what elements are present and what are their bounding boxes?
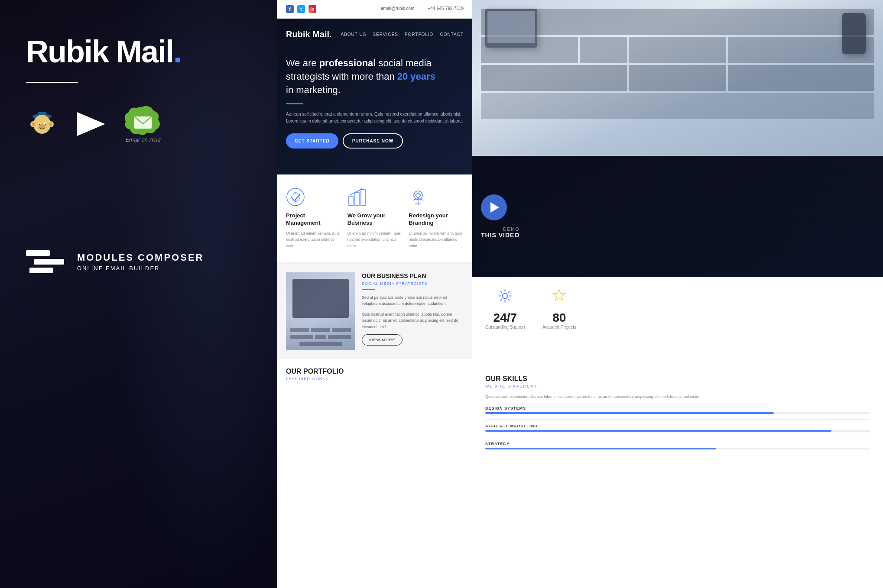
skill-affiliate-track (485, 430, 870, 432)
grow-business-icon (347, 187, 367, 207)
svg-point-16 (287, 188, 304, 206)
email-nav-links: ABOUT US SERVICES PORTFOLIO CONTACT (341, 32, 464, 37)
business-plan-image (286, 272, 355, 350)
feature-2: We Grow your Business Ut enim ad minim v… (347, 187, 403, 249)
brand-divider (26, 82, 78, 83)
nav-contact[interactable]: CONTACT (440, 32, 464, 37)
feature-3-title: Redesign your Branding (409, 212, 464, 227)
skill-strategy-track (485, 448, 870, 449)
mailchimp-logo (26, 108, 58, 140)
email-address: email@rubik.com (381, 6, 414, 13)
email-hero: Rubik Mail. ABOUT US SERVICES PORTFOLIO … (277, 19, 472, 174)
video-labels: DEMO THIS VIDEO (481, 227, 519, 239)
hero-divider (286, 103, 303, 104)
modules-icon (26, 250, 64, 273)
email-features: Project Management Ut enim ad minim veni… (277, 174, 472, 262)
feature-2-title: We Grow your Business (347, 212, 403, 227)
stat-support-label: Outstanding Support (485, 325, 525, 330)
nav-portfolio[interactable]: PORTFOLIO (405, 32, 434, 37)
biz-plan-subtitle: SOCIAL MEDIA STRATEGISTS (362, 281, 464, 286)
instagram-icon[interactable]: in (308, 5, 316, 13)
purchase-now-button[interactable]: PURCHASE NOW (343, 133, 403, 149)
svg-point-7 (45, 123, 46, 125)
feature-1-desc: Ut enim ad minim veniam, quis nostrud ex… (286, 230, 341, 249)
nav-services[interactable]: SERVICES (373, 32, 398, 37)
brand-name: Rubik Mail (26, 34, 173, 69)
skill-strategy-fill (485, 448, 716, 449)
svg-point-23 (503, 294, 508, 299)
skill-design-track (485, 412, 870, 414)
get-started-button[interactable]: GET STARTED (286, 133, 338, 149)
brand-title: Rubik Mail. (26, 35, 251, 69)
stat-projects: 80 Awarded Projects (542, 288, 576, 330)
skill-affiliate-marketing: AFFILIATE MARKETING (485, 424, 870, 432)
portfolio-title: OUR PORTFOLIO (286, 368, 464, 375)
facebook-icon[interactable]: f (286, 5, 294, 13)
skill-strategy: STRATEGY (485, 442, 870, 449)
biz-plan-title: OUR BUSINESS PLAN (362, 272, 464, 279)
skills-subtitle: WE ARE DIFFERENT (485, 384, 870, 388)
feature-1: Project Management Ut enim ad minim veni… (286, 187, 341, 249)
svg-point-12 (49, 123, 52, 126)
logos-row: Email on Acid (26, 104, 251, 143)
email-business-section: OUR BUSINESS PLAN SOCIAL MEDIA STRATEGIS… (277, 264, 472, 359)
feature-3-desc: Ut enim ad minim veniam, quis nostrud ex… (409, 230, 464, 249)
svg-rect-19 (355, 193, 359, 206)
portfolio-subtitle: FEATURED WORKS (286, 377, 464, 381)
svg-rect-20 (361, 190, 365, 206)
view-more-button[interactable]: VIEW MORE (362, 334, 403, 346)
modules-subtitle: ONLINE EMAIL BUILDER (77, 265, 204, 271)
brand-dot: . (173, 34, 181, 69)
email-portfolio-section: OUR PORTFOLIO FEATURED WORKS (277, 359, 472, 390)
skills-panel: OUR SKILLS WE ARE DIFFERENT Quis nostrud… (472, 364, 883, 588)
stats-panel: 24/7 Outstanding Support 80 Awarded Proj… (472, 277, 883, 364)
redesign-branding-icon (409, 187, 428, 207)
social-icons: f t in (286, 5, 316, 13)
skills-title: OUR SKILLS (485, 375, 870, 383)
svg-point-8 (39, 124, 45, 129)
campaign-monitor-logo (76, 112, 106, 136)
skill-design-fill (485, 412, 774, 414)
modules-text: MODULES COMPOSER ONLINE EMAIL BUILDER (77, 252, 204, 271)
business-plan-text: OUR BUSINESS PLAN SOCIAL MEDIA STRATEGIS… (362, 272, 464, 350)
twitter-icon[interactable]: t (297, 5, 305, 13)
star-icon (552, 288, 567, 307)
feature-3: Redesign your Branding Ut enim ad minim … (409, 187, 464, 249)
biz-desc-2: Quis nostrud exercitation ullamco labori… (362, 311, 464, 330)
play-button[interactable] (481, 194, 507, 220)
svg-point-10 (32, 123, 35, 126)
email-logo: Rubik Mail. (286, 29, 332, 39)
device-display (472, 0, 883, 156)
play-triangle-icon (490, 202, 499, 213)
email-topbar: f t in email@rubik.com +44-645-792-7519 (277, 0, 472, 19)
hero-text: We are professional social media strateg… (286, 57, 464, 149)
top-image-panel (472, 0, 883, 156)
hero-buttons: GET STARTED PURCHASE NOW (286, 133, 464, 149)
skills-description: Quis nostrud exercitation ullamco labori… (485, 394, 870, 400)
nav-about[interactable]: ABOUT US (341, 32, 366, 37)
svg-rect-18 (349, 196, 353, 206)
video-title: THIS VIDEO (481, 232, 519, 239)
modules-title: MODULES COMPOSER (77, 252, 204, 263)
demo-label: DEMO (481, 227, 519, 232)
skill-design-systems: DESIGN SYSTEMS (485, 406, 870, 414)
feature-2-desc: Ut enim ad minim veniam, quis nostrud ex… (347, 230, 403, 249)
phone-number: +44-645-792-7519 (428, 6, 464, 13)
stat-support-number: 24/7 (493, 311, 517, 325)
skill-design-label: DESIGN SYSTEMS (485, 406, 870, 410)
stat-projects-label: Awarded Projects (542, 325, 576, 330)
hero-description: Aenean sollicitudin, erat a elementum ru… (286, 111, 464, 125)
skill-strategy-label: STRATEGY (485, 442, 870, 446)
right-area: f t in email@rubik.com +44-645-792-7519 … (277, 0, 883, 588)
email-preview: f t in email@rubik.com +44-645-792-7519 … (277, 0, 472, 588)
contact-info: email@rubik.com +44-645-792-7519 (381, 6, 464, 13)
skill-affiliate-label: AFFILIATE MARKETING (485, 424, 870, 428)
side-panels: DEMO THIS VIDEO 24/7 Outstanding Support (472, 0, 883, 588)
svg-point-6 (39, 123, 40, 125)
hero-headline: We are professional social media strateg… (286, 57, 464, 97)
skill-affiliate-fill (485, 430, 831, 432)
svg-point-21 (361, 188, 363, 190)
modules-section: MODULES COMPOSER ONLINE EMAIL BUILDER (26, 250, 204, 273)
video-panel: DEMO THIS VIDEO (472, 156, 883, 277)
gear-icon (497, 288, 513, 307)
